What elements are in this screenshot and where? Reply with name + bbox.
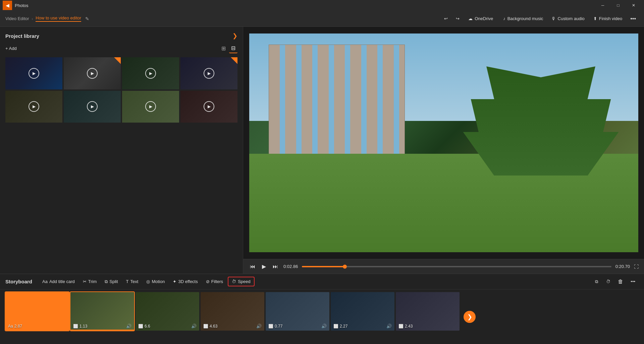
media-item[interactable]: ▶ bbox=[5, 91, 62, 123]
fullscreen-icon: ⛶ bbox=[634, 264, 639, 269]
project-library-panel: Project library ❯ + Add ⊞ ⊟ ▶ bbox=[0, 27, 243, 274]
onedrive-icon: ☁ bbox=[468, 16, 473, 21]
minimize-button[interactable]: ─ bbox=[595, 0, 610, 11]
play-overlay-icon: ▶ bbox=[204, 101, 214, 112]
title-card-icon: Aa bbox=[42, 279, 48, 284]
storyboard-item-4[interactable]: ⬜ 4.63 🔊 bbox=[201, 292, 264, 331]
window-controls: ─ □ ✕ bbox=[595, 0, 641, 11]
finish-video-button[interactable]: ⬆ Finish video bbox=[589, 14, 626, 23]
maximize-button[interactable]: □ bbox=[610, 0, 626, 11]
skip-forward-button[interactable]: ⏭ bbox=[271, 262, 279, 271]
video-frame bbox=[249, 33, 638, 252]
back-button[interactable]: ◀ bbox=[3, 1, 12, 10]
trim-label: Trim bbox=[88, 279, 97, 284]
item-label: ⬜ 4.63 bbox=[203, 324, 217, 329]
item-label: ⬜ 0.77 bbox=[268, 324, 282, 329]
titlebar-left: ◀ Photos bbox=[3, 1, 28, 10]
breadcrumb-video-editor[interactable]: Video Editor bbox=[5, 16, 29, 21]
back-icon: ◀ bbox=[6, 3, 9, 8]
duplicate-button[interactable]: ⧉ bbox=[592, 277, 601, 286]
add-title-card-button[interactable]: Aa Add title card bbox=[39, 277, 78, 286]
media-item[interactable]: ▶ bbox=[64, 57, 121, 89]
play-overlay-icon: ▶ bbox=[145, 68, 156, 79]
split-label: Split bbox=[109, 279, 118, 284]
video-scene bbox=[249, 33, 638, 252]
storyboard-item-3[interactable]: ⬜ 6.6 🔊 bbox=[136, 292, 199, 331]
item-label: Aa 2.87 bbox=[8, 324, 22, 329]
media-item[interactable]: ▶ bbox=[122, 57, 179, 89]
titlebar: ◀ Photos ─ □ ✕ bbox=[0, 0, 644, 11]
toolbar-more-button[interactable]: ••• bbox=[628, 14, 639, 24]
storyboard-item-5[interactable]: ⬜ 0.77 🔊 bbox=[266, 292, 329, 331]
selected-bar bbox=[70, 330, 134, 331]
audio-icon: 🔊 bbox=[191, 324, 197, 329]
list-icon: ⊟ bbox=[231, 45, 235, 51]
motion-button[interactable]: ◎ Motion bbox=[143, 277, 168, 286]
fullscreen-button[interactable]: ⛶ bbox=[634, 264, 639, 269]
delete-button[interactable]: 🗑 bbox=[615, 277, 626, 286]
clip-icon: ⬜ bbox=[398, 324, 404, 329]
effects-3d-button[interactable]: ✦ 3D effects bbox=[169, 277, 201, 286]
media-item[interactable]: ▶ bbox=[180, 57, 237, 89]
add-media-button[interactable]: + Add bbox=[5, 46, 17, 51]
app-name: Photos bbox=[15, 3, 28, 8]
storyboard-item-6[interactable]: ⬜ 2.27 🔊 bbox=[331, 292, 394, 331]
media-item[interactable]: ▶ bbox=[5, 57, 62, 89]
clip-icon: ⬜ bbox=[203, 324, 208, 329]
custom-audio-button[interactable]: 🎙 Custom audio bbox=[548, 14, 588, 23]
filters-button[interactable]: ⊘ Filters bbox=[203, 277, 226, 286]
building-windows bbox=[269, 45, 405, 164]
item-duration: 2.27 bbox=[340, 324, 347, 329]
grid-icon: ⊞ bbox=[221, 46, 226, 51]
speed-button[interactable]: ⏱ Speed bbox=[228, 277, 255, 286]
text-label: Text bbox=[130, 279, 139, 284]
onedrive-indicator: ☁ OneDrive bbox=[468, 16, 493, 21]
storyboard-item-title-card[interactable]: Aa 2.87 bbox=[5, 292, 69, 331]
breadcrumb: Video Editor › How to use video editor ✎ bbox=[5, 15, 441, 22]
skip-back-icon: ⏮ bbox=[250, 264, 255, 269]
scene-building bbox=[269, 45, 405, 165]
media-item[interactable]: ▶ bbox=[64, 91, 121, 123]
audio-icon: 🔊 bbox=[256, 324, 262, 329]
list-view-button[interactable]: ⊟ bbox=[229, 44, 237, 53]
play-button[interactable]: ▶ bbox=[261, 262, 267, 271]
storyboard-item-7[interactable]: ⬜ 2.43 bbox=[396, 292, 460, 331]
delete-icon: 🗑 bbox=[618, 279, 623, 284]
collapse-library-button[interactable]: ❯ bbox=[232, 32, 237, 40]
breadcrumb-project-title[interactable]: How to use video editor bbox=[36, 15, 81, 22]
play-overlay-icon: ▶ bbox=[29, 68, 39, 79]
time-total: 0:20.70 bbox=[615, 264, 630, 269]
clip-icon: ⬜ bbox=[73, 324, 78, 329]
undo-button[interactable]: ↩ bbox=[441, 14, 451, 23]
storyboard-more-button[interactable]: ••• bbox=[627, 277, 639, 286]
media-item[interactable]: ▶ bbox=[180, 91, 237, 123]
play-icon: ▶ bbox=[262, 264, 266, 269]
view-toggle: ⊞ ⊟ bbox=[219, 44, 237, 53]
progress-bar[interactable] bbox=[302, 266, 611, 267]
play-overlay-icon: ▶ bbox=[87, 68, 98, 79]
timer-button[interactable]: ⏱ bbox=[603, 277, 614, 286]
close-icon: ✕ bbox=[632, 3, 635, 8]
trim-button[interactable]: ✂ Trim bbox=[79, 277, 100, 286]
media-item[interactable]: ▶ bbox=[122, 91, 179, 123]
clip-icon: ⬜ bbox=[268, 324, 273, 329]
play-overlay-icon: ▶ bbox=[145, 101, 156, 112]
next-arrow-button[interactable]: ❯ bbox=[464, 311, 476, 323]
play-overlay-icon: ▶ bbox=[87, 101, 98, 112]
play-overlay-icon: ▶ bbox=[29, 101, 39, 112]
storyboard-toolbar: Storyboard Aa Add title card ✂ Trim ⧉ Sp… bbox=[0, 274, 644, 289]
background-music-button[interactable]: ♪ Background music bbox=[500, 14, 546, 23]
close-button[interactable]: ✕ bbox=[626, 0, 641, 11]
skip-back-button[interactable]: ⏮ bbox=[249, 262, 257, 271]
text-button[interactable]: T Text bbox=[123, 277, 142, 286]
split-button[interactable]: ⧉ Split bbox=[101, 277, 121, 286]
library-header: Project library ❯ bbox=[0, 27, 243, 42]
undo-redo-group: ↩ ↪ bbox=[441, 14, 463, 23]
redo-button[interactable]: ↪ bbox=[452, 14, 463, 23]
more-icon: ••• bbox=[630, 16, 636, 21]
storyboard-item-2[interactable]: ⬜ 1.13 🔊 bbox=[70, 292, 134, 331]
edit-title-icon[interactable]: ✎ bbox=[85, 16, 89, 21]
selected-indicator bbox=[231, 57, 237, 64]
grid-view-button[interactable]: ⊞ bbox=[219, 44, 228, 53]
title-card-icon: Aa bbox=[8, 324, 13, 329]
